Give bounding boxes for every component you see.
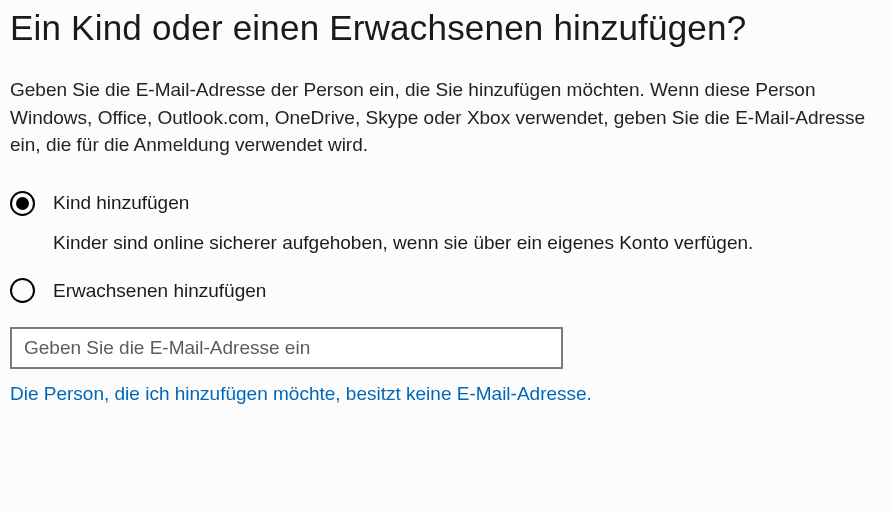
radio-label: Erwachsenen hinzufügen [53, 280, 266, 302]
radio-circle-icon [10, 191, 35, 216]
page-title: Ein Kind oder einen Erwachsenen hinzufüg… [10, 8, 883, 48]
radio-label: Kind hinzufügen [53, 192, 189, 214]
no-email-link[interactable]: Die Person, die ich hinzufügen möchte, b… [10, 383, 592, 405]
member-type-radio-group: Kind hinzufügen Kinder sind online siche… [10, 191, 883, 304]
radio-add-child[interactable]: Kind hinzufügen [10, 191, 883, 216]
email-input[interactable] [10, 327, 563, 369]
instruction-text: Geben Sie die E-Mail-Adresse der Person … [10, 76, 880, 159]
radio-help-text: Kinder sind online sicherer aufgehoben, … [53, 230, 883, 257]
radio-circle-icon [10, 278, 35, 303]
radio-add-adult[interactable]: Erwachsenen hinzufügen [10, 278, 883, 303]
